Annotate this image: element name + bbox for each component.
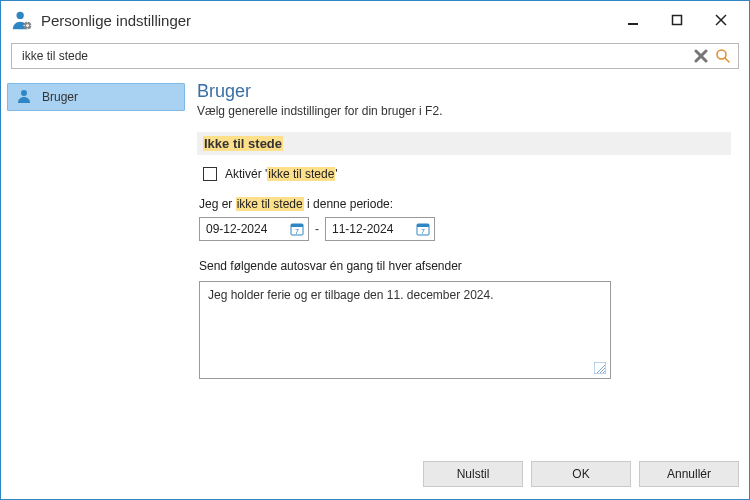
svg-rect-8 <box>673 16 682 25</box>
svg-point-0 <box>17 12 24 19</box>
date-to-input[interactable]: 11-12-2024 7 <box>325 217 435 241</box>
svg-line-14 <box>725 58 729 62</box>
section-header-out-of-office: Ikke til stede <box>197 132 731 155</box>
section-header-text: Ikke til stede <box>203 136 283 151</box>
autoreply-label: Send følgende autosvar én gang til hver … <box>199 259 731 273</box>
maximize-button[interactable] <box>655 6 699 34</box>
sidebar-item-label: Bruger <box>42 90 78 104</box>
date-separator: - <box>315 222 319 236</box>
user-settings-icon <box>11 9 33 31</box>
svg-rect-17 <box>291 224 303 227</box>
page-subtitle: Vælg generelle indstillinger for din bru… <box>197 104 731 118</box>
svg-point-15 <box>21 90 27 96</box>
sidebar: Bruger <box>1 79 191 455</box>
period-label: Jeg er ikke til stede i denne periode: <box>199 197 731 211</box>
window-title: Personlige indstillinger <box>41 12 191 29</box>
cancel-button[interactable]: Annullér <box>639 461 739 487</box>
ok-button[interactable]: OK <box>531 461 631 487</box>
autoreply-textarea[interactable]: Jeg holder ferie og er tilbage den 11. d… <box>199 281 611 379</box>
user-icon <box>16 88 34 106</box>
calendar-icon[interactable]: 7 <box>416 222 430 236</box>
window: Personlige indstillinger <box>0 0 750 500</box>
calendar-icon[interactable]: 7 <box>290 222 304 236</box>
svg-text:7: 7 <box>295 228 299 235</box>
titlebar: Personlige indstillinger <box>1 1 749 39</box>
svg-rect-20 <box>417 224 429 227</box>
search-icon[interactable] <box>712 45 734 67</box>
content: Bruger Bruger Vælg generelle indstilling… <box>1 79 749 455</box>
date-from-input[interactable]: 09-12-2024 7 <box>199 217 309 241</box>
main-panel: Bruger Vælg generelle indstillinger for … <box>191 79 749 455</box>
page-heading: Bruger <box>197 81 731 102</box>
svg-text:7: 7 <box>421 228 425 235</box>
activate-out-of-office-label: Aktivér 'ikke til stede' <box>225 167 338 181</box>
close-button[interactable] <box>699 6 743 34</box>
autoreply-text: Jeg holder ferie og er tilbage den 11. d… <box>208 288 494 302</box>
search-input[interactable] <box>20 48 690 64</box>
search-area <box>1 39 749 79</box>
date-to-value: 11-12-2024 <box>332 222 416 236</box>
clear-search-icon[interactable] <box>690 45 712 67</box>
minimize-button[interactable] <box>611 6 655 34</box>
resize-grip-icon[interactable] <box>594 362 606 374</box>
reset-button[interactable]: Nulstil <box>423 461 523 487</box>
sidebar-item-bruger[interactable]: Bruger <box>7 83 185 111</box>
activate-out-of-office-checkbox[interactable] <box>203 167 217 181</box>
date-from-value: 09-12-2024 <box>206 222 290 236</box>
search-field[interactable] <box>11 43 739 69</box>
footer: Nulstil OK Annullér <box>1 455 749 499</box>
activate-out-of-office-row: Aktivér 'ikke til stede' <box>203 167 731 181</box>
svg-point-2 <box>26 24 29 27</box>
date-range-row: 09-12-2024 7 - 11-12-2024 7 <box>199 217 731 241</box>
